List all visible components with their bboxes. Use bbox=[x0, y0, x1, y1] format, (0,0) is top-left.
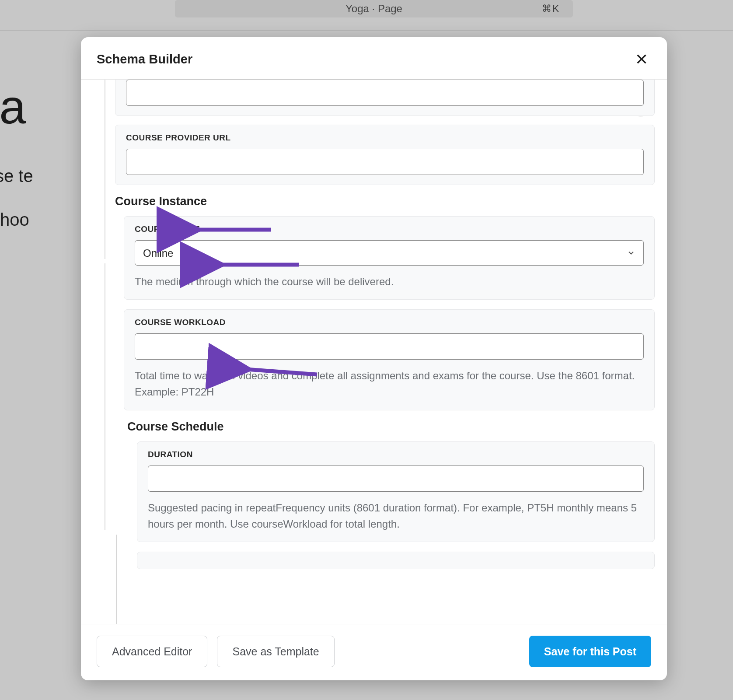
background-page-title: oga bbox=[0, 79, 25, 134]
background-search-pill: Yoga · Page ⌘K bbox=[175, 0, 573, 18]
modal-title: Schema Builder bbox=[97, 52, 192, 66]
course-mode-help: The medium through which the course will… bbox=[135, 273, 644, 290]
tree-guide-line bbox=[105, 80, 105, 259]
course-workload-label: COURSE WORKLOAD bbox=[135, 318, 644, 327]
modal-body: i COURSE PROVIDER URL Course Instance CO… bbox=[81, 80, 667, 624]
course-instance-heading: Course Instance bbox=[115, 195, 655, 208]
truncated-field-input[interactable] bbox=[126, 80, 644, 106]
modal-footer: Advanced Editor Save as Template Save fo… bbox=[81, 624, 667, 680]
duration-help: Suggested pacing in repeatFrequency unit… bbox=[148, 500, 644, 532]
close-button[interactable] bbox=[632, 49, 651, 69]
course-mode-card: COURSE MODE Online The medium through wh… bbox=[124, 216, 655, 300]
schema-builder-modal: Schema Builder i COURSE PROVIDER URL bbox=[81, 37, 667, 680]
tree-guide-line bbox=[105, 263, 105, 530]
truncated-field-card bbox=[115, 80, 655, 116]
background-search-shortcut: ⌘K bbox=[542, 3, 560, 14]
save-for-this-post-button[interactable]: Save for this Post bbox=[529, 636, 651, 667]
background-search-text: Yoga · Page bbox=[346, 3, 402, 15]
modal-content: COURSE PROVIDER URL Course Instance COUR… bbox=[111, 80, 655, 624]
course-provider-url-label: COURSE PROVIDER URL bbox=[126, 133, 644, 143]
background-text-line-2: e / to choo bbox=[0, 210, 29, 230]
course-provider-url-input[interactable] bbox=[126, 149, 644, 175]
course-provider-url-card: COURSE PROVIDER URL bbox=[115, 125, 655, 185]
course-schedule-heading: Course Schedule bbox=[127, 420, 655, 434]
duration-card: DURATION Suggested pacing in repeatFrequ… bbox=[137, 441, 655, 542]
background-text-line-1: s course te bbox=[0, 166, 33, 186]
advanced-editor-button[interactable]: Advanced Editor bbox=[97, 636, 207, 667]
course-workload-card: COURSE WORKLOAD Total time to watch all … bbox=[124, 309, 655, 410]
save-as-template-button[interactable]: Save as Template bbox=[217, 636, 334, 667]
course-workload-input[interactable] bbox=[135, 333, 644, 360]
duration-label: DURATION bbox=[148, 450, 644, 459]
course-workload-help: Total time to watch all videos and compl… bbox=[135, 368, 644, 400]
modal-header: Schema Builder bbox=[81, 37, 667, 80]
background-topbar: Yoga · Page ⌘K bbox=[0, 0, 733, 31]
duration-input[interactable] bbox=[148, 466, 644, 492]
close-icon bbox=[635, 52, 649, 66]
course-mode-label: COURSE MODE bbox=[135, 224, 644, 234]
truncated-next-card bbox=[137, 552, 655, 569]
course-mode-select[interactable]: Online bbox=[135, 240, 644, 266]
